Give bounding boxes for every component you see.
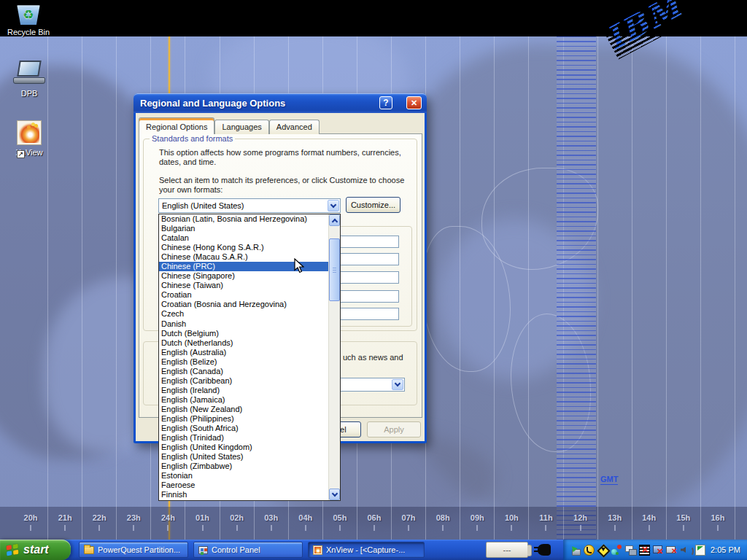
update-icon[interactable]	[597, 544, 608, 556]
icon-label: DPB	[20, 89, 39, 98]
time-scale-strip: 20h21h22h23h24h01h02h03h04h05h06h07h08h0…	[0, 507, 747, 540]
language-options: Bosnian (Latin, Bosnia and Herzegovina)B…	[159, 214, 328, 499]
language-dropdown-list: Bosnian (Latin, Bosnia and Herzegovina)B…	[158, 214, 341, 501]
lan-icon[interactable]	[624, 544, 636, 556]
network-activity-icon[interactable]	[611, 544, 622, 556]
time-label: 21h	[48, 507, 82, 540]
time-label: 01h	[185, 507, 220, 540]
language-option[interactable]: English (United States)	[159, 452, 328, 462]
language-option[interactable]: English (Trinidad)	[159, 433, 328, 443]
help-button[interactable]: ?	[379, 96, 392, 109]
removable-media-icon[interactable]	[694, 544, 705, 556]
time-label: 06h	[357, 507, 392, 540]
tab-strip: Regional OptionsLanguagesAdvanced	[139, 117, 320, 134]
combobox-dropdown-button[interactable]	[328, 200, 339, 211]
taskbar-deskband[interactable]: ---	[486, 542, 528, 558]
time-label: 13h	[598, 507, 632, 540]
icon-label: Recycle Bin	[6, 28, 51, 36]
time-label: 08h	[426, 507, 460, 540]
mouse-cursor	[294, 258, 304, 276]
taskbar-task-xnview-active[interactable]: XnView - [<Capture-...	[308, 542, 425, 558]
xnview-icon[interactable]	[17, 120, 42, 145]
language-option[interactable]: Dutch (Netherlands)	[159, 338, 328, 348]
wireless-disconnected-icon[interactable]	[666, 544, 678, 556]
select-item-instruction: Select an item to match its preferences,…	[159, 176, 419, 195]
language-combobox-value: English (United States)	[159, 199, 340, 210]
customize-button[interactable]: Customize...	[346, 197, 400, 213]
tab-languages[interactable]: Languages	[214, 120, 268, 134]
language-option[interactable]: Catalan	[159, 233, 328, 243]
recycle-bin-icon[interactable]	[16, 3, 41, 25]
language-option[interactable]: Faeroese	[159, 481, 328, 490]
tab-regional-options[interactable]: Regional Options	[139, 117, 214, 134]
scroll-down-button[interactable]	[329, 489, 340, 500]
volume-icon[interactable]	[680, 544, 692, 556]
apply-button-disabled: Apply	[367, 421, 421, 438]
language-option[interactable]: Bulgarian	[159, 224, 328, 233]
system-tray: 2:05 PM	[563, 540, 747, 560]
laptop-icon[interactable]	[12, 60, 46, 86]
time-label: 02h	[220, 507, 255, 540]
location-description-fragment: uch as news and	[343, 353, 412, 362]
language-option[interactable]: English (New Zealand)	[159, 405, 328, 414]
desktop-icon-xnview[interactable]: ↗ XnView	[1, 120, 58, 158]
time-label: 20h	[14, 507, 48, 540]
language-option[interactable]: English (Australia)	[159, 348, 328, 357]
taskbar: start PowerQuest Partition... Control Pa…	[0, 540, 747, 560]
language-option[interactable]: English (Ireland)	[159, 386, 328, 395]
gmt-meridian-band	[557, 36, 596, 540]
combobox-dropdown-button[interactable]	[392, 379, 403, 390]
shortcut-arrow-icon: ↗	[17, 150, 25, 158]
language-option[interactable]: English (Caribbean)	[159, 376, 328, 386]
scrollbar-thumb[interactable]	[329, 238, 340, 301]
time-label: 15h	[667, 507, 701, 540]
safely-remove-hardware-icon[interactable]	[569, 544, 581, 556]
xnview-icon	[313, 545, 322, 555]
language-option[interactable]: Croatian (Bosnia and Herzegovina)	[159, 300, 328, 309]
chevron-up-icon	[331, 218, 337, 224]
language-option[interactable]: Croatian	[159, 290, 328, 300]
display-error-icon[interactable]	[638, 544, 650, 556]
chevron-down-icon	[330, 201, 336, 207]
scroll-up-button[interactable]	[329, 214, 340, 226]
taskbar-task-powerquest[interactable]: PowerQuest Partition...	[79, 542, 188, 558]
language-option[interactable]: English (Canada)	[159, 367, 328, 376]
chevron-down-icon	[331, 490, 337, 496]
close-button[interactable]: ✕	[406, 96, 422, 109]
time-label: 04h	[289, 507, 323, 540]
taskbar-task-control-panel[interactable]: Control Panel	[193, 542, 303, 558]
tab-advanced[interactable]: Advanced	[269, 120, 320, 134]
language-option[interactable]: Chinese (Taiwan)	[159, 281, 328, 290]
language-option[interactable]: English (United Kingdom)	[159, 443, 328, 452]
language-option[interactable]: Bosnian (Latin, Bosnia and Herzegovina)	[159, 214, 328, 224]
language-option[interactable]: Dutch (Belgium)	[159, 329, 328, 338]
language-option[interactable]: Danish	[159, 319, 328, 329]
taskbar-clock[interactable]: 2:05 PM	[711, 545, 740, 554]
power-plug-icon[interactable]	[538, 544, 551, 556]
network-disconnected-icon[interactable]	[652, 544, 664, 556]
language-option[interactable]: Chinese (Hong Kong S.A.R.)	[159, 243, 328, 252]
desktop-icon-dpb[interactable]: DPB	[1, 60, 58, 99]
time-label: 16h	[701, 507, 735, 540]
agent-icon[interactable]	[583, 544, 595, 556]
dialog-titlebar[interactable]: Regional and Language Options ? ✕	[133, 93, 427, 113]
desktop-icon-recycle-bin[interactable]: Recycle Bin	[0, 3, 57, 38]
time-label: 12h	[564, 507, 598, 540]
language-option[interactable]: Finnish	[159, 490, 328, 499]
start-button[interactable]: start	[0, 540, 71, 560]
time-label: 24h	[151, 507, 185, 540]
language-option[interactable]: English (Belize)	[159, 357, 328, 367]
time-label: 09h	[460, 507, 495, 540]
language-option[interactable]: English (Jamaica)	[159, 395, 328, 405]
chevron-down-icon	[395, 381, 400, 386]
language-option[interactable]: English (South Africa)	[159, 424, 328, 433]
time-scale-cells: 20h21h22h23h24h01h02h03h04h05h06h07h08h0…	[14, 507, 735, 540]
language-option[interactable]: Estonian	[159, 471, 328, 481]
list-scrollbar[interactable]	[328, 214, 340, 500]
language-option[interactable]: English (Philippines)	[159, 414, 328, 424]
language-option[interactable]: Czech	[159, 309, 328, 319]
language-combobox[interactable]: English (United States)	[158, 198, 341, 213]
language-option[interactable]: English (Zimbabwe)	[159, 462, 328, 471]
group-caption: Standards and formats	[150, 134, 235, 143]
folder-icon	[84, 546, 94, 554]
